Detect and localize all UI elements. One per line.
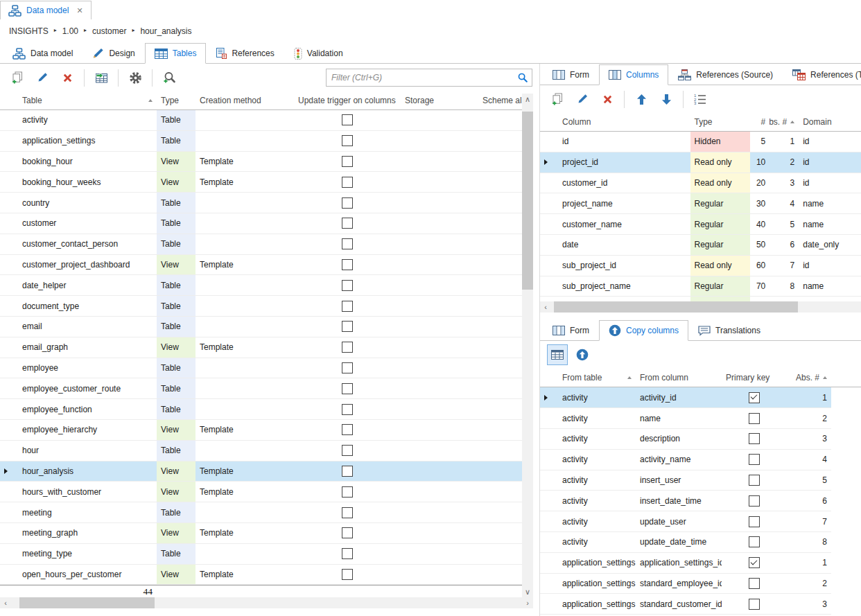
copy-column-row[interactable]: activityupdate_date_time8 — [540, 532, 831, 553]
grid-view-button[interactable] — [547, 344, 568, 365]
primary_key-checkbox[interactable] — [749, 516, 760, 527]
left-vscrollbar[interactable]: ∧ ∨ — [522, 94, 533, 597]
move-up-button[interactable] — [631, 89, 652, 109]
primary_key-checkbox[interactable] — [749, 599, 760, 610]
copy-column-row[interactable]: application_settingsstandard_customer_id… — [540, 594, 831, 615]
primary_key-checkbox[interactable] — [749, 413, 760, 424]
edit-button[interactable] — [572, 89, 593, 109]
column-header-storage[interactable]: Storage — [401, 91, 478, 109]
search-icon[interactable] — [518, 73, 528, 82]
breadcrumb-item-insights[interactable]: INSIGHTS — [9, 26, 49, 36]
hscroll-thumb[interactable] — [554, 301, 798, 313]
primary_key-checkbox[interactable] — [749, 495, 760, 507]
column-row[interactable]: employee_idRegular809id — [540, 297, 861, 301]
column-header-table[interactable]: Table — [18, 91, 157, 109]
primary_key-checkbox[interactable] — [749, 536, 760, 547]
copy-column-row[interactable]: activityname2 — [540, 408, 831, 429]
column-row[interactable]: customer_nameRegular405name — [540, 214, 861, 235]
settings-button[interactable] — [125, 67, 146, 88]
scroll-left-icon[interactable]: ‹ — [540, 301, 551, 313]
zoom-in-button[interactable] — [159, 67, 180, 88]
document-tab-data-model[interactable]: Data model ✕ — [0, 1, 92, 19]
table-row[interactable]: application_settingsTable — [0, 131, 522, 152]
scroll-up-icon[interactable]: ∧ — [522, 94, 533, 105]
update_trigger-checkbox[interactable] — [342, 218, 353, 229]
update_trigger-checkbox[interactable] — [342, 527, 353, 538]
update_trigger-checkbox[interactable] — [342, 301, 353, 312]
new-button[interactable] — [7, 67, 28, 88]
primary_key-checkbox[interactable] — [749, 557, 760, 568]
update_trigger-checkbox[interactable] — [342, 466, 353, 477]
update_trigger-checkbox[interactable] — [342, 114, 353, 125]
column-row[interactable]: project_idRead only102id — [540, 152, 861, 173]
column-row[interactable]: idHidden51id — [540, 132, 861, 152]
update_trigger-checkbox[interactable] — [342, 548, 353, 559]
column-row[interactable]: customer_idRead only203id — [540, 173, 861, 194]
copy-column-row[interactable]: activitydescription3 — [540, 429, 831, 450]
update_trigger-checkbox[interactable] — [342, 486, 353, 498]
table-row[interactable]: emailTable — [0, 317, 522, 337]
table-row[interactable]: employee_hierarchyViewTemplate — [0, 420, 522, 441]
column-header-primary_key[interactable]: Primary key — [722, 369, 787, 387]
column-header-scheme_alias[interactable]: Scheme alia — [478, 91, 522, 109]
copy-column-row[interactable]: activityactivity_name4 — [540, 450, 831, 470]
column-header-abs[interactable]: Abs. # — [769, 113, 799, 131]
table-row[interactable]: date_helperTable — [0, 275, 522, 296]
column-header-creation[interactable]: Creation method — [195, 91, 294, 109]
column-header-domain[interactable]: Domain — [799, 113, 861, 131]
table-row[interactable]: activityTable — [0, 110, 522, 131]
rt-hscrollbar[interactable]: ‹ — [540, 301, 861, 313]
table-row[interactable]: document_typeTable — [0, 296, 522, 317]
delete-button[interactable] — [57, 67, 78, 88]
scroll-left-icon[interactable]: ‹ — [0, 597, 11, 608]
tab-form[interactable]: Form — [543, 64, 599, 85]
update_trigger-checkbox[interactable] — [342, 197, 353, 209]
update_trigger-checkbox[interactable] — [342, 156, 353, 167]
column-row[interactable]: sub_project_nameRegular708name — [540, 276, 861, 297]
delete-button[interactable] — [597, 89, 618, 109]
tab-validation[interactable]: Validation — [284, 43, 353, 64]
update_trigger-checkbox[interactable] — [342, 259, 353, 270]
update_trigger-checkbox[interactable] — [342, 321, 353, 332]
numbered-list-button[interactable]: 123 — [690, 89, 711, 109]
filter-input[interactable] — [327, 73, 518, 82]
copy-column-row[interactable]: activityinsert_date_time6 — [540, 491, 831, 511]
tab-references[interactable]: References — [206, 43, 284, 64]
copy-column-row[interactable]: activityinsert_user5 — [540, 470, 831, 491]
primary_key-checkbox[interactable] — [749, 454, 760, 465]
breadcrumb-item-customer[interactable]: customer — [92, 26, 126, 36]
column-row[interactable]: dateRegular506date_only — [540, 235, 861, 256]
scroll-down-icon[interactable]: ∨ — [522, 586, 533, 597]
copy-column-row[interactable]: activityactivity_id1 — [540, 387, 831, 408]
table-row[interactable]: hourTable — [0, 441, 522, 461]
tab-references-source[interactable]: References (Source) — [668, 64, 783, 85]
copy-column-row[interactable]: application_settingsstandard_employee_id… — [540, 574, 831, 595]
update_trigger-checkbox[interactable] — [342, 445, 353, 456]
column-row[interactable]: sub_project_idRead only607id — [540, 256, 861, 276]
tab-data-model[interactable]: Data model — [3, 43, 82, 64]
vscroll-thumb[interactable] — [522, 112, 533, 290]
close-icon[interactable]: ✕ — [76, 6, 82, 15]
column-header-type[interactable]: Type — [690, 113, 751, 131]
update_trigger-checkbox[interactable] — [342, 424, 353, 435]
table-row[interactable]: email_graphViewTemplate — [0, 337, 522, 358]
update_trigger-checkbox[interactable] — [342, 404, 353, 415]
update_trigger-checkbox[interactable] — [342, 280, 353, 291]
hscroll-thumb[interactable] — [19, 597, 155, 608]
tab-tables[interactable]: Tables — [145, 43, 207, 64]
table-row[interactable]: meetingTable — [0, 502, 522, 523]
copy-column-row[interactable]: activityupdate_user7 — [540, 511, 831, 532]
column-header-num[interactable]: # — [750, 113, 769, 131]
tab-form[interactable]: Form — [543, 320, 599, 341]
scroll-right-icon[interactable]: › — [522, 597, 533, 608]
tab-copy-columns[interactable]: Copy columns — [599, 320, 688, 341]
edit-button[interactable] — [32, 67, 53, 88]
tab-design[interactable]: Design — [82, 43, 144, 64]
tab-references-target[interactable]: References (Target) — [783, 64, 861, 85]
tab-translations[interactable]: Translations — [688, 320, 770, 341]
breadcrumb-item-hour-analysis[interactable]: hour_analysis — [140, 26, 191, 36]
table-row[interactable]: countryTable — [0, 193, 522, 213]
update_trigger-checkbox[interactable] — [342, 507, 353, 518]
table-row[interactable]: customer_contact_personTable — [0, 234, 522, 255]
column-header-type[interactable]: Type — [157, 91, 195, 109]
